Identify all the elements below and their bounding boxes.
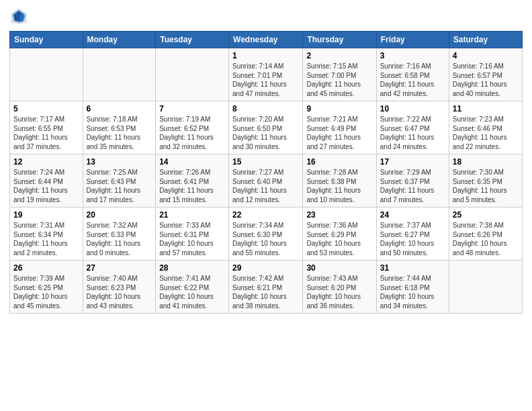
day-cell: [449, 261, 522, 314]
day-cell: 26Sunrise: 7:39 AM Sunset: 6:25 PM Dayli…: [10, 261, 83, 314]
logo: [9, 7, 31, 26]
week-row-2: 12Sunrise: 7:24 AM Sunset: 6:44 PM Dayli…: [10, 154, 523, 208]
week-row-0: 1Sunrise: 7:14 AM Sunset: 7:01 PM Daylig…: [10, 48, 523, 101]
day-info: Sunrise: 7:43 AM Sunset: 6:20 PM Dayligh…: [306, 274, 372, 310]
day-cell: 12Sunrise: 7:24 AM Sunset: 6:44 PM Dayli…: [10, 154, 83, 208]
week-row-1: 5Sunrise: 7:17 AM Sunset: 6:55 PM Daylig…: [10, 101, 523, 154]
day-number: 6: [87, 104, 152, 113]
header-wednesday: Wednesday: [229, 32, 303, 48]
header: [9, 7, 523, 26]
week-row-3: 19Sunrise: 7:31 AM Sunset: 6:34 PM Dayli…: [10, 208, 523, 261]
day-cell: 1Sunrise: 7:14 AM Sunset: 7:01 PM Daylig…: [229, 48, 303, 101]
day-info: Sunrise: 7:44 AM Sunset: 6:18 PM Dayligh…: [380, 274, 445, 310]
day-number: 1: [232, 51, 299, 60]
day-cell: 24Sunrise: 7:37 AM Sunset: 6:27 PM Dayli…: [376, 208, 449, 261]
day-info: Sunrise: 7:36 AM Sunset: 6:29 PM Dayligh…: [306, 221, 372, 257]
day-info: Sunrise: 7:14 AM Sunset: 7:01 PM Dayligh…: [232, 62, 299, 98]
day-cell: 29Sunrise: 7:42 AM Sunset: 6:21 PM Dayli…: [229, 261, 303, 314]
day-info: Sunrise: 7:16 AM Sunset: 6:57 PM Dayligh…: [453, 62, 519, 98]
day-cell: [83, 48, 156, 101]
day-cell: 22Sunrise: 7:34 AM Sunset: 6:30 PM Dayli…: [229, 208, 303, 261]
day-info: Sunrise: 7:29 AM Sunset: 6:37 PM Dayligh…: [380, 168, 445, 204]
day-number: 13: [87, 157, 152, 167]
day-info: Sunrise: 7:15 AM Sunset: 7:00 PM Dayligh…: [306, 62, 372, 98]
day-cell: 5Sunrise: 7:17 AM Sunset: 6:55 PM Daylig…: [10, 101, 83, 154]
day-cell: 31Sunrise: 7:44 AM Sunset: 6:18 PM Dayli…: [376, 261, 449, 314]
day-number: 8: [232, 104, 299, 113]
day-info: Sunrise: 7:42 AM Sunset: 6:21 PM Dayligh…: [232, 274, 299, 310]
day-cell: 25Sunrise: 7:38 AM Sunset: 6:26 PM Dayli…: [449, 208, 522, 261]
header-saturday: Saturday: [449, 32, 522, 48]
day-number: 12: [13, 157, 79, 167]
day-number: 19: [13, 210, 79, 220]
day-cell: 27Sunrise: 7:40 AM Sunset: 6:23 PM Dayli…: [83, 261, 156, 314]
logo-icon: [9, 7, 28, 26]
day-number: 26: [13, 263, 79, 273]
day-cell: 15Sunrise: 7:27 AM Sunset: 6:40 PM Dayli…: [229, 154, 303, 208]
day-number: 2: [306, 51, 372, 60]
day-info: Sunrise: 7:32 AM Sunset: 6:33 PM Dayligh…: [87, 221, 152, 257]
day-cell: 28Sunrise: 7:41 AM Sunset: 6:22 PM Dayli…: [156, 261, 229, 314]
day-number: 20: [87, 210, 152, 220]
day-info: Sunrise: 7:38 AM Sunset: 6:26 PM Dayligh…: [453, 221, 519, 257]
day-cell: [10, 48, 83, 101]
day-info: Sunrise: 7:25 AM Sunset: 6:43 PM Dayligh…: [87, 168, 152, 204]
day-cell: 6Sunrise: 7:18 AM Sunset: 6:53 PM Daylig…: [83, 101, 156, 154]
page: SundayMondayTuesdayWednesdayThursdayFrid…: [0, 0, 532, 411]
day-number: 4: [453, 51, 519, 60]
day-number: 28: [159, 263, 225, 273]
day-number: 27: [87, 263, 152, 273]
day-info: Sunrise: 7:30 AM Sunset: 6:35 PM Dayligh…: [453, 168, 519, 204]
header-row: SundayMondayTuesdayWednesdayThursdayFrid…: [10, 32, 523, 48]
day-info: Sunrise: 7:23 AM Sunset: 6:46 PM Dayligh…: [453, 115, 519, 151]
week-row-4: 26Sunrise: 7:39 AM Sunset: 6:25 PM Dayli…: [10, 261, 523, 314]
day-info: Sunrise: 7:16 AM Sunset: 6:58 PM Dayligh…: [380, 62, 445, 98]
day-cell: 19Sunrise: 7:31 AM Sunset: 6:34 PM Dayli…: [10, 208, 83, 261]
day-cell: 30Sunrise: 7:43 AM Sunset: 6:20 PM Dayli…: [303, 261, 376, 314]
day-info: Sunrise: 7:22 AM Sunset: 6:47 PM Dayligh…: [380, 115, 445, 151]
day-info: Sunrise: 7:33 AM Sunset: 6:31 PM Dayligh…: [159, 221, 225, 257]
day-info: Sunrise: 7:40 AM Sunset: 6:23 PM Dayligh…: [87, 274, 152, 310]
day-number: 29: [232, 263, 299, 273]
day-number: 16: [306, 157, 372, 167]
day-number: 10: [380, 104, 445, 113]
day-cell: 9Sunrise: 7:21 AM Sunset: 6:49 PM Daylig…: [303, 101, 376, 154]
day-info: Sunrise: 7:28 AM Sunset: 6:38 PM Dayligh…: [306, 168, 372, 204]
day-cell: 11Sunrise: 7:23 AM Sunset: 6:46 PM Dayli…: [449, 101, 522, 154]
day-info: Sunrise: 7:31 AM Sunset: 6:34 PM Dayligh…: [13, 221, 79, 257]
day-cell: 13Sunrise: 7:25 AM Sunset: 6:43 PM Dayli…: [83, 154, 156, 208]
day-number: 18: [453, 157, 519, 167]
day-info: Sunrise: 7:20 AM Sunset: 6:50 PM Dayligh…: [232, 115, 299, 151]
day-number: 3: [380, 51, 445, 60]
header-sunday: Sunday: [10, 32, 83, 48]
day-cell: 7Sunrise: 7:19 AM Sunset: 6:52 PM Daylig…: [156, 101, 229, 154]
day-number: 14: [159, 157, 225, 167]
day-cell: 10Sunrise: 7:22 AM Sunset: 6:47 PM Dayli…: [376, 101, 449, 154]
day-info: Sunrise: 7:37 AM Sunset: 6:27 PM Dayligh…: [380, 221, 445, 257]
day-info: Sunrise: 7:24 AM Sunset: 6:44 PM Dayligh…: [13, 168, 79, 204]
day-number: 25: [453, 210, 519, 220]
day-cell: 20Sunrise: 7:32 AM Sunset: 6:33 PM Dayli…: [83, 208, 156, 261]
day-info: Sunrise: 7:17 AM Sunset: 6:55 PM Dayligh…: [13, 115, 79, 151]
day-cell: [156, 48, 229, 101]
day-info: Sunrise: 7:34 AM Sunset: 6:30 PM Dayligh…: [232, 221, 299, 257]
day-number: 21: [159, 210, 225, 220]
day-cell: 3Sunrise: 7:16 AM Sunset: 6:58 PM Daylig…: [376, 48, 449, 101]
day-number: 23: [306, 210, 372, 220]
calendar-header: SundayMondayTuesdayWednesdayThursdayFrid…: [10, 32, 523, 48]
day-cell: 4Sunrise: 7:16 AM Sunset: 6:57 PM Daylig…: [449, 48, 522, 101]
day-info: Sunrise: 7:19 AM Sunset: 6:52 PM Dayligh…: [159, 115, 225, 151]
header-monday: Monday: [83, 32, 156, 48]
day-cell: 17Sunrise: 7:29 AM Sunset: 6:37 PM Dayli…: [376, 154, 449, 208]
day-info: Sunrise: 7:41 AM Sunset: 6:22 PM Dayligh…: [159, 274, 225, 310]
calendar-body: 1Sunrise: 7:14 AM Sunset: 7:01 PM Daylig…: [10, 48, 523, 314]
header-friday: Friday: [376, 32, 449, 48]
day-number: 30: [306, 263, 372, 273]
day-cell: 21Sunrise: 7:33 AM Sunset: 6:31 PM Dayli…: [156, 208, 229, 261]
day-info: Sunrise: 7:21 AM Sunset: 6:49 PM Dayligh…: [306, 115, 372, 151]
day-number: 22: [232, 210, 299, 220]
day-info: Sunrise: 7:26 AM Sunset: 6:41 PM Dayligh…: [159, 168, 225, 204]
day-number: 15: [232, 157, 299, 167]
day-info: Sunrise: 7:39 AM Sunset: 6:25 PM Dayligh…: [13, 274, 79, 310]
day-info: Sunrise: 7:18 AM Sunset: 6:53 PM Dayligh…: [87, 115, 152, 151]
